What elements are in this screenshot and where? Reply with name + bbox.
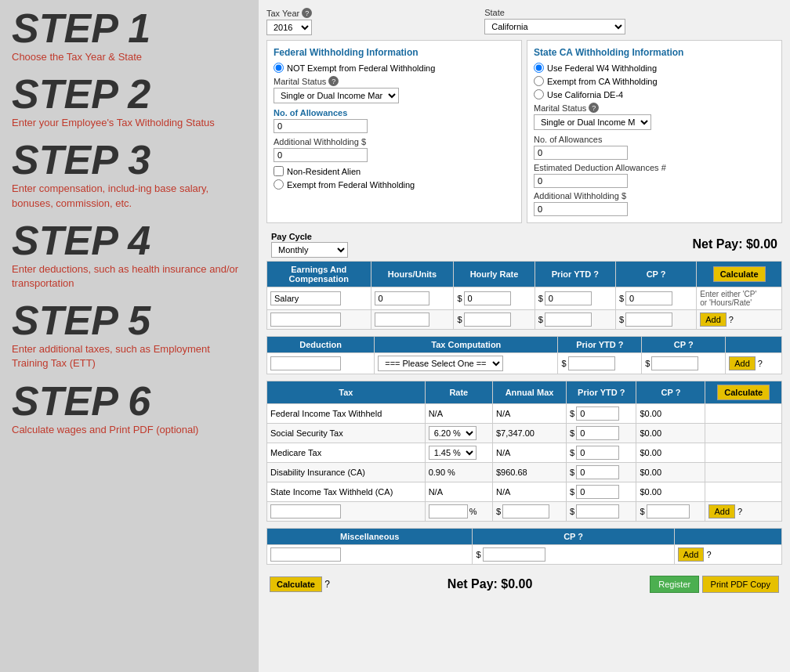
- federal-allowances-input[interactable]: [274, 119, 368, 133]
- state-income-ytd-input[interactable]: [576, 485, 619, 499]
- state-income-ytd: $: [567, 482, 636, 502]
- non-resident-checkbox[interactable]: [274, 166, 284, 176]
- pay-cycle-row: Pay Cycle Weekly Bi-Weekly Semi-Monthly …: [266, 228, 782, 261]
- table-row: === Please Select One === $ $: [267, 353, 782, 374]
- deduction-ytd-input[interactable]: [568, 356, 615, 370]
- ca-marital-select[interactable]: Single or Dual Income Mar Married Head o…: [534, 114, 651, 130]
- federal-additional-input[interactable]: [274, 148, 368, 162]
- earnings-extra-name-input[interactable]: [270, 313, 341, 327]
- deduction-add-btn[interactable]: Add: [729, 356, 756, 370]
- custom-tax-cp-input[interactable]: [647, 504, 690, 518]
- tax-add-info-icon[interactable]: ?: [737, 507, 742, 516]
- custom-tax-rate-input[interactable]: [429, 504, 468, 518]
- social-security-rate-select[interactable]: 6.20 %: [429, 426, 477, 440]
- state-select[interactable]: California: [484, 19, 625, 34]
- not-exempt-radio[interactable]: [274, 63, 284, 73]
- calculate-bottom-btn[interactable]: Calculate: [270, 576, 322, 592]
- step-1-desc: Choose the Tax Year & State: [12, 50, 247, 64]
- use-ca-de4-radio[interactable]: [534, 89, 544, 99]
- step-6-group: STEP 6 Calculate wages and Print PDF (op…: [12, 381, 247, 437]
- ca-marital-info-icon[interactable]: ?: [589, 103, 599, 113]
- misc-add-info-icon[interactable]: ?: [706, 550, 711, 559]
- deduction-add-info-icon[interactable]: ?: [758, 359, 763, 368]
- step-2-desc: Enter your Employee's Tax Witholding Sta…: [12, 116, 247, 130]
- custom-tax-max-cell: $: [492, 502, 566, 522]
- deduction-ytd-info-icon[interactable]: ?: [618, 340, 624, 349]
- medicare-ytd-input[interactable]: [576, 446, 619, 460]
- tax-year-label: Tax Year: [266, 9, 299, 18]
- earnings-extra-ytd-input[interactable]: [545, 313, 592, 327]
- misc-add-btn[interactable]: Add: [678, 547, 705, 562]
- state-income-max: N/A: [492, 482, 566, 502]
- salary-ytd-input[interactable]: [545, 291, 592, 305]
- misc-cp-input[interactable]: [483, 547, 545, 562]
- calculate-info-icon[interactable]: ?: [324, 579, 330, 590]
- earnings-extra-rate-input[interactable]: [464, 313, 511, 327]
- earnings-extra-cp-cell: $: [615, 310, 696, 330]
- tax-computation-col-header: Tax Computation: [375, 337, 558, 353]
- use-ca-de4-row: Use California DE-4: [534, 89, 775, 99]
- custom-tax-name-input[interactable]: [270, 504, 341, 518]
- custom-tax-ytd-input[interactable]: [576, 504, 619, 518]
- table-row: Medicare Tax 1.45 % N/A $: [267, 443, 782, 463]
- print-pdf-btn[interactable]: Print PDF Copy: [702, 576, 779, 593]
- salary-hours-input[interactable]: [375, 291, 429, 305]
- tax-year-info-icon[interactable]: ?: [302, 8, 312, 18]
- medicare-rate-select[interactable]: 1.45 %: [429, 446, 477, 460]
- deduction-cp-input[interactable]: [651, 356, 698, 370]
- medicare-rate: 1.45 %: [425, 443, 492, 463]
- deduction-cp-info-icon[interactable]: ?: [688, 340, 694, 349]
- federal-marital-info-icon[interactable]: ?: [328, 76, 339, 86]
- federal-income-ytd-input[interactable]: [576, 406, 619, 421]
- step-6-desc: Calculate wages and Print PDF (optional): [12, 423, 247, 437]
- federal-marital-select[interactable]: Single or Dual Income Mar Married Head o…: [274, 88, 399, 103]
- salary-name-input[interactable]: [270, 291, 341, 305]
- earnings-add-info-icon[interactable]: ?: [729, 315, 734, 324]
- ca-additional-input[interactable]: [534, 202, 628, 216]
- deduction-section: Deduction Tax Computation Prior YTD ? CP…: [266, 336, 782, 374]
- main-content: Tax Year ? 2014 2015 2016 2017 State Cal…: [259, 0, 790, 672]
- custom-tax-name-cell: [267, 502, 426, 522]
- tax-add-btn[interactable]: Add: [708, 504, 735, 518]
- federal-income-tax-ytd: $: [567, 404, 636, 424]
- earnings-action-header: Calculate: [697, 262, 782, 287]
- earnings-extra-hours-input[interactable]: [375, 313, 429, 327]
- use-federal-w4-radio[interactable]: [534, 63, 544, 73]
- ca-marital-label: Marital Status: [534, 103, 586, 113]
- salary-rate-input[interactable]: [464, 291, 511, 305]
- deduction-computation-cell: === Please Select One ===: [375, 353, 558, 374]
- ca-allowances-input[interactable]: [534, 146, 628, 160]
- table-row: $ $ $: [267, 310, 782, 330]
- deduction-computation-select[interactable]: === Please Select One ===: [378, 356, 503, 371]
- table-row: Federal Income Tax Withheld N/A N/A $ $0…: [267, 404, 782, 424]
- earnings-cp-info-icon[interactable]: ?: [661, 269, 666, 279]
- tax-year-select[interactable]: 2014 2015 2016 2017: [266, 20, 312, 35]
- earnings-add-btn[interactable]: Add: [700, 313, 727, 327]
- earnings-extra-cp-input[interactable]: [625, 313, 672, 327]
- register-btn[interactable]: Register: [650, 576, 699, 593]
- tax-calculate-btn[interactable]: Calculate: [717, 385, 770, 400]
- step-4-heading: STEP 4: [12, 220, 247, 261]
- federal-marital-label: Marital Status: [274, 77, 326, 86]
- ca-estimated-input[interactable]: [534, 174, 628, 188]
- deduction-name-input[interactable]: [270, 356, 341, 370]
- social-security-ytd-input[interactable]: [576, 426, 619, 440]
- use-federal-w4-label: Use Federal W4 Withholding: [547, 63, 657, 73]
- tax-cp-info-icon[interactable]: ?: [676, 388, 681, 397]
- pay-cycle-select[interactable]: Weekly Bi-Weekly Semi-Monthly Monthly Qu…: [271, 242, 348, 258]
- earnings-calculate-btn[interactable]: Calculate: [713, 266, 766, 282]
- salary-cp-input[interactable]: [625, 291, 672, 305]
- misc-name-input[interactable]: [270, 547, 341, 562]
- exempt-federal-radio[interactable]: [274, 179, 284, 190]
- net-pay-bottom: Net Pay: $0.00: [448, 577, 533, 591]
- custom-tax-max-input[interactable]: [502, 504, 549, 518]
- tax-cp-col-header: CP ?: [636, 381, 705, 404]
- exempt-ca-radio[interactable]: [534, 76, 544, 86]
- disability-ytd-input[interactable]: [576, 465, 619, 479]
- misc-cp-info-icon[interactable]: ?: [578, 532, 583, 541]
- salary-rate-cell: $: [454, 287, 535, 310]
- table-row: $ Add ?: [267, 545, 782, 565]
- deduction-cp-col-header: CP ?: [642, 337, 726, 353]
- earnings-ytd-info-icon[interactable]: ?: [593, 269, 599, 279]
- tax-ytd-info-icon[interactable]: ?: [620, 388, 625, 397]
